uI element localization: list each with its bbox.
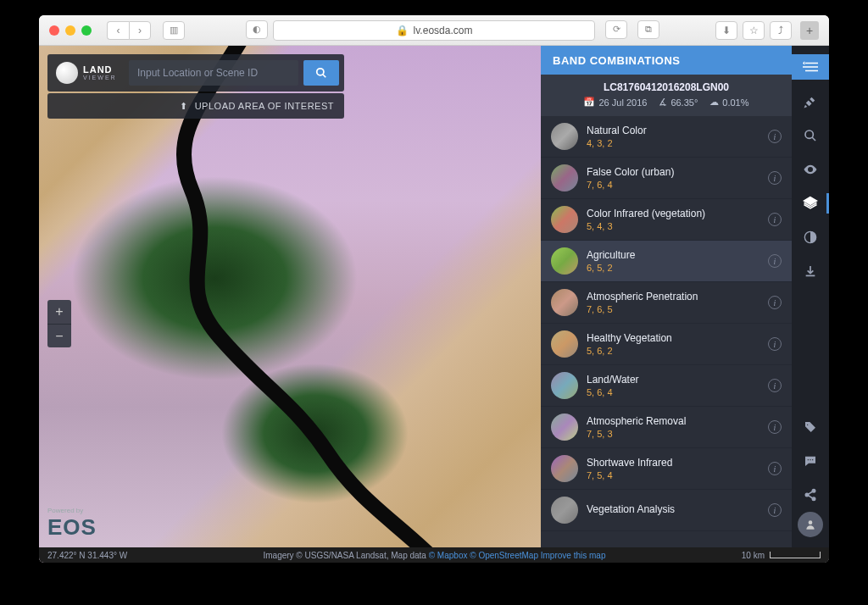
band-thumbnail xyxy=(551,123,578,150)
contrast-tool[interactable] xyxy=(792,220,829,254)
address-bar[interactable]: 🔒 lv.eosda.com xyxy=(273,20,595,41)
svg-point-17 xyxy=(809,520,813,525)
band-combo: 7, 6, 4 xyxy=(587,180,760,190)
band-name: Natural Color xyxy=(587,125,760,136)
band-item[interactable]: Color Infrared (vegetation)5, 4, 3i xyxy=(541,199,792,241)
logo-sub: VIEWER xyxy=(83,75,117,80)
share-tool[interactable] xyxy=(792,478,829,512)
info-icon[interactable]: i xyxy=(768,171,782,185)
coordinates-readout: 27.422° N 31.443° W xyxy=(47,551,127,560)
bookmarks-button[interactable]: ☆ xyxy=(743,21,765,40)
band-text: False Color (urban)7, 6, 4 xyxy=(587,166,760,190)
layers-tool[interactable] xyxy=(792,186,829,220)
band-item[interactable]: Vegetation Analysisi xyxy=(541,490,792,531)
band-name: Color Infrared (vegetation) xyxy=(587,208,760,219)
band-item[interactable]: Atmospheric Penetration7, 6, 5i xyxy=(541,282,792,324)
band-item[interactable]: False Color (urban)7, 6, 4i xyxy=(541,158,792,199)
sidebar-toggle-button[interactable]: ▥ xyxy=(163,21,185,40)
band-list[interactable]: Natural Color4, 3, 2iFalse Color (urban)… xyxy=(541,116,792,547)
map-canvas[interactable] xyxy=(39,46,541,563)
logo-search-bar: LAND VIEWER xyxy=(47,54,344,92)
maximize-window-button[interactable] xyxy=(81,25,92,36)
forward-button[interactable]: › xyxy=(129,21,151,40)
band-combinations-panel: BAND COMBINATIONS LC81760412016208LGN00 … xyxy=(541,46,792,547)
band-thumbnail xyxy=(551,497,578,524)
back-button[interactable]: ‹ xyxy=(107,21,129,40)
svg-point-9 xyxy=(808,459,809,460)
band-item[interactable]: Agriculture6, 5, 2i xyxy=(541,241,792,282)
app-logo[interactable]: LAND VIEWER xyxy=(47,62,124,84)
info-icon[interactable]: i xyxy=(768,420,782,434)
band-thumbnail xyxy=(551,330,578,358)
reader-button[interactable]: ◐ xyxy=(246,20,268,39)
lock-icon: 🔒 xyxy=(396,25,409,36)
minimize-window-button[interactable] xyxy=(65,25,75,36)
band-combo: 4, 3, 2 xyxy=(587,138,760,148)
band-item[interactable]: Atmospheric Removal7, 5, 3i xyxy=(541,407,792,448)
zoom-control: + − xyxy=(47,300,71,347)
band-text: Natural Color4, 3, 2 xyxy=(587,125,760,148)
band-item[interactable]: Shortwave Infrared7, 5, 4i xyxy=(541,448,792,490)
info-icon[interactable]: i xyxy=(768,130,782,143)
share-button[interactable]: ⤴ xyxy=(770,21,792,40)
search-tool[interactable] xyxy=(792,119,829,153)
info-icon[interactable]: i xyxy=(768,462,782,475)
search-input[interactable] xyxy=(129,60,298,86)
scene-id: LC81760412016208LGN00 xyxy=(541,81,792,93)
band-text: Vegetation Analysis xyxy=(587,503,760,517)
svg-line-16 xyxy=(808,496,812,498)
comment-tool[interactable] xyxy=(792,444,829,478)
band-text: Healthy Vegetation5, 6, 2 xyxy=(587,332,760,356)
tabs-button[interactable]: ⧉ xyxy=(637,20,659,39)
svg-line-7 xyxy=(812,137,815,141)
visibility-tool[interactable] xyxy=(792,153,829,186)
band-item[interactable]: Healthy Vegetation5, 6, 2i xyxy=(541,324,792,365)
band-name: False Color (urban) xyxy=(587,166,760,178)
band-combo: 5, 4, 3 xyxy=(587,221,760,231)
panel-toggle-button[interactable] xyxy=(792,54,829,80)
info-icon[interactable]: i xyxy=(768,213,782,226)
upload-icon: ⬆ xyxy=(180,101,188,112)
scene-search-tool[interactable] xyxy=(792,85,829,119)
search-icon xyxy=(315,67,327,79)
zoom-in-button[interactable]: + xyxy=(47,300,71,324)
provider-logo: Powered by EOS xyxy=(47,507,97,541)
user-account-button[interactable] xyxy=(798,512,823,537)
close-window-button[interactable] xyxy=(49,25,59,36)
band-thumbnail xyxy=(551,372,578,399)
user-icon xyxy=(804,519,816,530)
info-icon[interactable]: i xyxy=(768,254,782,268)
svg-point-10 xyxy=(810,459,810,460)
info-icon[interactable]: i xyxy=(768,337,782,351)
scale-bar xyxy=(770,552,821,558)
reload-button[interactable]: ⟳ xyxy=(605,20,627,39)
band-text: Land/Water5, 6, 4 xyxy=(587,374,760,397)
browser-title-bar: ‹ › ▥ ◐ 🔒 lv.eosda.com ⟳ ⧉ ⬇ ☆ ⤴ + xyxy=(39,15,829,46)
band-item[interactable]: Land/Water5, 6, 4i xyxy=(541,365,792,407)
tag-tool[interactable] xyxy=(792,410,829,444)
info-icon[interactable]: i xyxy=(768,503,782,517)
info-icon[interactable]: i xyxy=(768,379,782,392)
download-tool[interactable] xyxy=(792,254,829,288)
tag-icon xyxy=(804,420,817,434)
panel-title: BAND COMBINATIONS xyxy=(541,46,792,75)
band-name: Agriculture xyxy=(587,249,760,261)
new-tab-button[interactable]: + xyxy=(800,21,819,40)
window-controls xyxy=(49,25,92,36)
zoom-out-button[interactable]: − xyxy=(47,324,71,347)
band-item[interactable]: Natural Color4, 3, 2i xyxy=(541,116,792,158)
improve-map-link[interactable]: Improve this map xyxy=(541,551,606,560)
svg-marker-5 xyxy=(803,61,804,65)
osm-link[interactable]: © OpenStreetMap xyxy=(470,551,538,560)
angle-icon: ∡ xyxy=(659,97,667,108)
downloads-button[interactable]: ⬇ xyxy=(715,21,737,40)
band-text: Color Infrared (vegetation)5, 4, 3 xyxy=(587,208,760,231)
band-combo: 7, 5, 4 xyxy=(587,470,760,480)
search-button[interactable] xyxy=(303,60,339,86)
band-combo: 5, 6, 2 xyxy=(587,346,760,356)
band-thumbnail xyxy=(551,206,578,233)
svg-rect-3 xyxy=(803,66,818,68)
mapbox-link[interactable]: © Mapbox xyxy=(429,551,468,560)
upload-aoi-button[interactable]: ⬆ UPLOAD AREA OF INTEREST xyxy=(47,93,344,119)
info-icon[interactable]: i xyxy=(768,296,782,309)
